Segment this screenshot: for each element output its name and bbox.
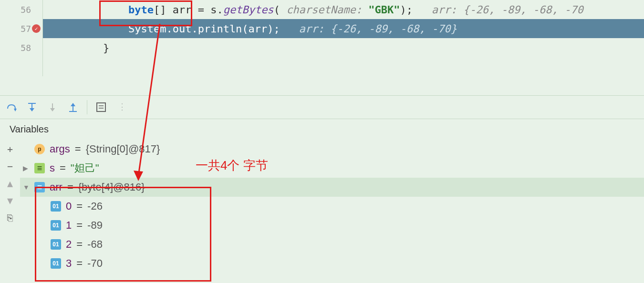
code-editor: 56 57 58 byte[] arr = s.getBytes( charse… xyxy=(0,0,644,76)
array-item[interactable]: 01 1 = -89 xyxy=(20,216,644,235)
variable-arr[interactable]: ▼ arr = {byte[4]@816} xyxy=(20,178,644,197)
param-icon: p xyxy=(34,144,45,154)
evaluate-icon[interactable] xyxy=(94,101,108,114)
line-number: 58 xyxy=(21,43,31,53)
line-number: 57 xyxy=(21,24,31,34)
step-out-icon[interactable] xyxy=(66,101,80,114)
array-item[interactable]: 01 2 = -68 xyxy=(20,235,644,254)
byte-icon: 01 xyxy=(51,220,61,231)
variables-tab[interactable]: Variables xyxy=(0,119,644,140)
gutter-line[interactable]: 56 xyxy=(0,0,42,19)
move-up-button[interactable]: ▲ xyxy=(4,178,16,189)
annotation-text: 一共4个 字节 xyxy=(196,157,268,174)
gutter: 56 57 58 xyxy=(0,0,43,76)
code-line-58[interactable]: } xyxy=(43,38,644,57)
keyword-byte: byte xyxy=(128,4,154,16)
gutter-line[interactable]: 58 xyxy=(0,38,42,57)
line-number: 56 xyxy=(21,5,31,15)
inline-hint: arr: {-26, -89, -68, -70 xyxy=(432,4,583,16)
variable-s[interactable]: ▶ s = "妲己" xyxy=(20,159,644,178)
trace-icon[interactable]: ⋮⋮ xyxy=(115,101,128,114)
array-item[interactable]: 01 3 = -70 xyxy=(20,254,644,273)
breakpoint-icon[interactable] xyxy=(32,24,41,33)
array-icon xyxy=(34,182,45,192)
svg-marker-2 xyxy=(14,109,17,111)
variables-panel: + − ▲ ▼ ⎘ p args = {String[0]@817} ▶ s =… xyxy=(0,140,644,273)
expand-icon[interactable]: ▶ xyxy=(23,164,30,172)
svg-marker-7 xyxy=(50,108,55,111)
debug-toolbar: ⋮⋮ xyxy=(0,95,644,119)
code-line-56[interactable]: byte[] arr = s.getBytes( charsetName: "G… xyxy=(43,0,644,19)
gutter-line[interactable]: 57 xyxy=(0,19,42,38)
array-item[interactable]: 01 0 = -26 xyxy=(20,197,644,216)
string-icon xyxy=(34,163,45,173)
variables-sidebar: + − ▲ ▼ ⎘ xyxy=(0,140,20,273)
svg-marker-9 xyxy=(71,103,75,106)
move-down-button[interactable]: ▼ xyxy=(4,195,16,206)
variables-tree[interactable]: p args = {String[0]@817} ▶ s = "妲己" ▼ ar… xyxy=(20,140,644,273)
inline-hint: arr: {-26, -89, -68, -70} xyxy=(299,23,457,35)
remove-watch-button[interactable]: − xyxy=(4,161,16,172)
step-into-icon[interactable] xyxy=(25,101,39,114)
svg-marker-4 xyxy=(30,108,34,111)
separator xyxy=(87,100,87,114)
step-over-icon[interactable] xyxy=(5,101,18,114)
variable-args[interactable]: p args = {String[0]@817} xyxy=(20,140,644,159)
collapse-icon[interactable]: ▼ xyxy=(23,183,30,191)
code-area[interactable]: byte[] arr = s.getBytes( charsetName: "G… xyxy=(43,0,644,76)
force-step-into-icon[interactable] xyxy=(46,101,59,114)
code-line-57-current[interactable]: System.out.println(arr); arr: {-26, -89,… xyxy=(43,19,644,38)
svg-rect-11 xyxy=(97,103,105,111)
copy-button[interactable]: ⎘ xyxy=(4,212,16,223)
byte-icon: 01 xyxy=(51,239,61,250)
svg-text:⋮⋮: ⋮⋮ xyxy=(118,102,127,111)
byte-icon: 01 xyxy=(51,258,61,269)
add-watch-button[interactable]: + xyxy=(4,143,16,155)
byte-icon: 01 xyxy=(51,201,61,212)
